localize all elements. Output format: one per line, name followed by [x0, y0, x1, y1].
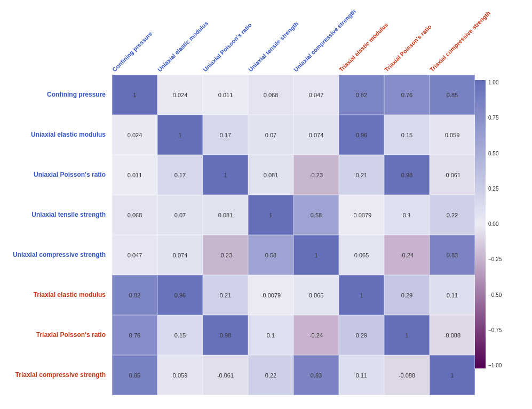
row-label-6: Triaxial Poisson's ratio [5, 331, 112, 340]
cell-3-3: 1 [248, 195, 293, 235]
grid-row-6: Triaxial Poisson's ratio0.760.150.980.1-… [5, 315, 475, 355]
cell-2-1: 0.17 [157, 155, 203, 195]
cell-2-6: 0.98 [384, 155, 430, 195]
row-cells-1: 0.02410.170.070.0740.960.150.059 [112, 115, 475, 155]
row-label-4: Uniaxial compressive strength [5, 251, 112, 259]
cell-0-0: 1 [112, 75, 157, 115]
grid-row-7: Triaxial compressive strength0.850.059-0… [5, 355, 475, 395]
cell-4-7: 0.83 [430, 235, 475, 275]
cell-7-3: 0.22 [248, 355, 293, 395]
colorbar-tick-6: −0.50 [488, 293, 502, 298]
cell-1-2: 0.17 [203, 115, 248, 155]
cell-6-1: 0.15 [157, 315, 203, 355]
grid-row-1: Uniaxial elastic modulus0.02410.170.070.… [5, 115, 475, 155]
svg-rect-0 [475, 80, 486, 368]
cell-0-7: 0.85 [430, 75, 475, 115]
cell-6-4: -0.24 [293, 315, 339, 355]
row-label-2: Uniaxial Poisson's ratio [5, 171, 112, 179]
colorbar-tick-8: −1.00 [488, 363, 502, 368]
grid-row-2: Uniaxial Poisson's ratio0.0110.1710.081-… [5, 155, 475, 195]
cell-3-6: 0.1 [384, 195, 430, 235]
cell-7-6: -0.088 [384, 355, 430, 395]
grid-area: Confining pressure10.0240.0110.0680.0470… [5, 75, 475, 395]
grid-row-4: Uniaxial compressive strength0.0470.074-… [5, 235, 475, 275]
cell-0-2: 0.011 [203, 75, 248, 115]
cell-1-3: 0.07 [248, 115, 293, 155]
cell-1-7: 0.059 [430, 115, 475, 155]
cell-5-3: -0.0079 [248, 275, 293, 315]
colorbar-tick-7: −0.75 [488, 328, 502, 333]
cell-5-0: 0.82 [112, 275, 157, 315]
cell-1-5: 0.96 [339, 115, 384, 155]
cell-2-4: -0.23 [293, 155, 339, 195]
cell-3-4: 0.58 [293, 195, 339, 235]
row-label-7: Triaxial compressive strength [5, 371, 112, 380]
cell-5-1: 0.96 [157, 275, 203, 315]
cell-0-3: 0.068 [248, 75, 293, 115]
cell-1-0: 0.024 [112, 115, 157, 155]
cell-3-7: 0.22 [430, 195, 475, 235]
colorbar-gradient [475, 80, 486, 368]
cell-6-2: 0.98 [203, 315, 248, 355]
cell-7-5: 0.11 [339, 355, 384, 395]
cell-3-2: 0.081 [203, 195, 248, 235]
row-label-1: Uniaxial elastic modulus [5, 131, 112, 139]
row-cells-7: 0.850.059-0.0610.220.830.11-0.0881 [112, 355, 475, 395]
cell-2-0: 0.011 [112, 155, 157, 195]
chart-container: Confining pressureUniaxial elastic modul… [0, 0, 532, 409]
cell-2-2: 1 [203, 155, 248, 195]
row-cells-4: 0.0470.074-0.230.5810.065-0.240.83 [112, 235, 475, 275]
row-label-3: Uniaxial tensile strength [5, 211, 112, 219]
cell-4-1: 0.074 [157, 235, 203, 275]
cell-5-5: 1 [339, 275, 384, 315]
cell-6-6: 1 [384, 315, 430, 355]
row-cells-5: 0.820.960.21-0.00790.06510.290.11 [112, 275, 475, 315]
cell-4-2: -0.23 [203, 235, 248, 275]
cell-7-2: -0.061 [203, 355, 248, 395]
cell-5-4: 0.065 [293, 275, 339, 315]
cell-2-5: 0.21 [339, 155, 384, 195]
cell-4-0: 0.047 [112, 235, 157, 275]
row-cells-2: 0.0110.1710.081-0.230.210.98-0.061 [112, 155, 475, 195]
cell-1-4: 0.074 [293, 115, 339, 155]
chart-inner: Confining pressureUniaxial elastic modul… [5, 5, 507, 404]
cell-2-7: -0.061 [430, 155, 475, 195]
cell-5-2: 0.21 [203, 275, 248, 315]
column-headers: Confining pressureUniaxial elastic modul… [112, 5, 475, 75]
cell-6-0: 0.76 [112, 315, 157, 355]
row-cells-3: 0.0680.070.08110.58-0.00790.10.22 [112, 195, 475, 235]
colorbar-tick-0: 1.00 [488, 80, 502, 85]
cell-4-3: 0.58 [248, 235, 293, 275]
cell-1-1: 1 [157, 115, 203, 155]
cell-7-4: 0.83 [293, 355, 339, 395]
col-header-7: Triaxial compressive strength [390, 0, 467, 75]
cell-6-5: 0.29 [339, 315, 384, 355]
row-cells-0: 10.0240.0110.0680.0470.820.760.85 [112, 75, 475, 115]
cell-0-6: 0.76 [384, 75, 430, 115]
colorbar-labels: 1.000.750.500.250.00−0.25−0.50−0.75−1.00 [488, 80, 502, 368]
cell-6-7: -0.088 [430, 315, 475, 355]
colorbar-tick-2: 0.50 [488, 151, 502, 156]
cell-1-6: 0.15 [384, 115, 430, 155]
cell-6-3: 0.1 [248, 315, 293, 355]
cell-7-1: 0.059 [157, 355, 203, 395]
cell-5-6: 0.29 [384, 275, 430, 315]
cell-3-5: -0.0079 [339, 195, 384, 235]
cell-2-3: 0.081 [248, 155, 293, 195]
colorbar-tick-3: 0.25 [488, 186, 502, 192]
row-label-0: Confining pressure [5, 91, 112, 99]
colorbar: 1.000.750.500.250.00−0.25−0.50−0.75−1.00 [475, 75, 507, 384]
cell-0-5: 0.82 [339, 75, 384, 115]
cell-3-1: 0.07 [157, 195, 203, 235]
cell-4-4: 1 [293, 235, 339, 275]
cell-4-6: -0.24 [384, 235, 430, 275]
cell-5-7: 0.11 [430, 275, 475, 315]
cell-3-0: 0.068 [112, 195, 157, 235]
colorbar-tick-5: −0.25 [488, 257, 502, 262]
cell-7-0: 0.85 [112, 355, 157, 395]
grid-row-3: Uniaxial tensile strength0.0680.070.0811… [5, 195, 475, 235]
colorbar-tick-4: 0.00 [488, 222, 502, 227]
grid-row-5: Triaxial elastic modulus0.820.960.21-0.0… [5, 275, 475, 315]
colorbar-tick-1: 0.75 [488, 115, 502, 121]
row-cells-6: 0.760.150.980.1-0.240.291-0.088 [112, 315, 475, 355]
